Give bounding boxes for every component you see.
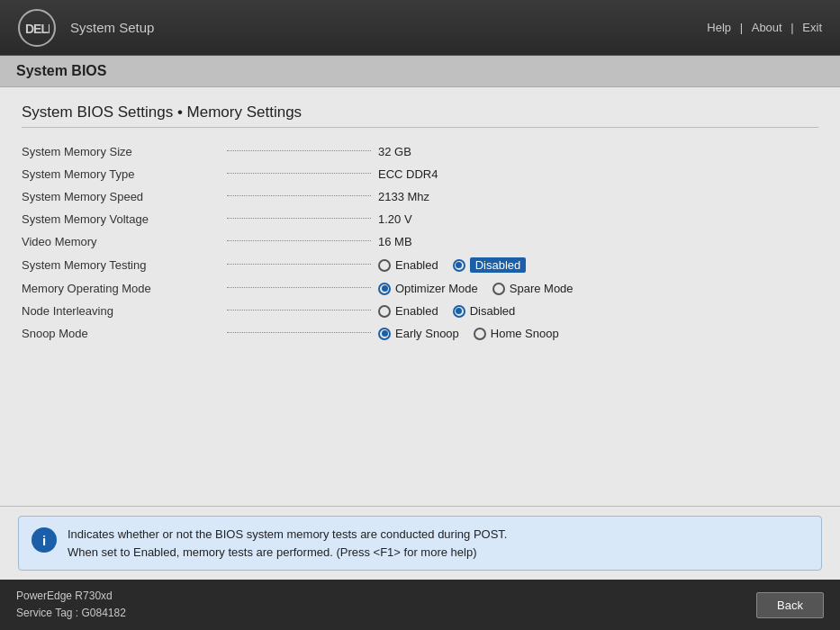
radio-option-disabled[interactable]: Disabled: [453, 257, 527, 273]
value-system-memory-type: ECC DDR4: [378, 167, 438, 181]
main-content: System BIOS System BIOS Settings • Memor…: [0, 56, 840, 580]
footer-info: PowerEdge R730xd Service Tag : G084182: [16, 588, 126, 622]
info-box: i Indicates whether or not the BIOS syst…: [18, 516, 822, 571]
dotted-line: [227, 332, 371, 333]
radio-node-enabled-label: Enabled: [395, 304, 438, 318]
radio-disabled-circle: [453, 259, 465, 272]
setting-row-system-memory-type: System Memory Type ECC DDR4: [22, 163, 818, 185]
header-title: System Setup: [70, 20, 154, 35]
setting-row-memory-operating-mode: Memory Operating Mode Optimizer Mode Spa…: [22, 277, 818, 300]
value-memory-operating-mode: Optimizer Mode Spare Mode: [378, 282, 574, 295]
radio-early-snoop-circle: [378, 328, 391, 340]
setting-row-system-memory-size: System Memory Size 32 GB: [22, 140, 818, 163]
radio-node-enabled-circle: [378, 305, 391, 318]
radio-spare-circle: [492, 283, 505, 295]
radio-optimizer-label: Optimizer Mode: [395, 282, 478, 295]
info-text: Indicates whether or not the BIOS system…: [68, 526, 507, 561]
setting-row-system-memory-voltage: System Memory Voltage 1.20 V: [22, 208, 818, 230]
radio-enabled-circle: [378, 259, 391, 272]
label-system-memory-testing: System Memory Testing: [22, 258, 220, 272]
value-system-memory-voltage: 1.20 V: [378, 212, 412, 226]
info-line-2: When set to Enabled, memory tests are pe…: [68, 544, 507, 562]
footer-model: PowerEdge R730xd: [16, 588, 126, 605]
help-link[interactable]: Help: [707, 21, 731, 34]
radio-option-enabled[interactable]: Enabled: [378, 258, 438, 272]
setting-row-node-interleaving: Node Interleaving Enabled Disabled: [22, 300, 818, 322]
radio-home-snoop-label: Home Snoop: [491, 327, 559, 340]
radio-option-node-enabled[interactable]: Enabled: [378, 304, 438, 318]
value-system-memory-speed: 2133 Mhz: [378, 190, 429, 203]
nav-divider-2: |: [790, 21, 797, 34]
dotted-line: [227, 173, 371, 174]
radio-disabled-label: Disabled: [470, 257, 527, 273]
radio-home-snoop-circle: [474, 328, 486, 340]
label-video-memory: Video Memory: [22, 235, 220, 248]
value-system-memory-testing: Enabled Disabled: [378, 257, 526, 273]
exit-link[interactable]: Exit: [802, 21, 822, 34]
label-snoop-mode: Snoop Mode: [22, 327, 220, 340]
settings-table: System Memory Size 32 GB System Memory T…: [22, 140, 818, 345]
radio-node-disabled-circle: [453, 305, 465, 318]
footer-service-tag: Service Tag : G084182: [16, 605, 126, 622]
setting-row-snoop-mode: Snoop Mode Early Snoop Home Snoop: [22, 322, 818, 345]
section-title: System BIOS: [16, 63, 106, 78]
radio-option-home-snoop[interactable]: Home Snoop: [474, 327, 559, 340]
radio-option-node-disabled[interactable]: Disabled: [453, 304, 516, 318]
dotted-line: [227, 150, 371, 151]
value-video-memory: 16 MB: [378, 235, 412, 248]
back-button[interactable]: Back: [756, 592, 824, 618]
info-section: i Indicates whether or not the BIOS syst…: [0, 506, 840, 580]
radio-option-spare-mode[interactable]: Spare Mode: [492, 282, 574, 295]
radio-option-optimizer-mode[interactable]: Optimizer Mode: [378, 282, 478, 295]
page-title: System BIOS Settings • Memory Settings: [22, 104, 818, 128]
header: DELL System Setup Help | About | Exit: [0, 0, 840, 56]
value-node-interleaving: Enabled Disabled: [378, 304, 515, 318]
dotted-line: [227, 287, 371, 288]
dotted-line: [227, 310, 371, 310]
value-snoop-mode: Early Snoop Home Snoop: [378, 327, 559, 340]
label-node-interleaving: Node Interleaving: [22, 304, 220, 318]
dotted-line: [227, 218, 371, 219]
info-icon: i: [32, 527, 57, 553]
radio-spare-label: Spare Mode: [510, 282, 574, 295]
info-line-1: Indicates whether or not the BIOS system…: [68, 526, 507, 544]
dell-logo: DELL: [18, 9, 56, 47]
dotted-line: [227, 195, 371, 196]
radio-enabled-label: Enabled: [395, 258, 438, 272]
about-link[interactable]: About: [752, 21, 782, 34]
radio-option-early-snoop[interactable]: Early Snoop: [378, 327, 459, 340]
settings-area: System BIOS Settings • Memory Settings S…: [0, 87, 840, 506]
svg-text:DELL: DELL: [25, 22, 50, 36]
label-system-memory-size: System Memory Size: [22, 145, 220, 158]
setting-row-system-memory-testing: System Memory Testing Enabled Disabled: [22, 253, 818, 277]
setting-row-video-memory: Video Memory 16 MB: [22, 230, 818, 253]
header-nav: Help | About | Exit: [707, 21, 822, 34]
radio-early-snoop-label: Early Snoop: [395, 327, 459, 340]
value-system-memory-size: 32 GB: [378, 145, 411, 158]
radio-node-disabled-label: Disabled: [470, 304, 516, 318]
nav-divider-1: |: [740, 21, 746, 34]
label-system-memory-speed: System Memory Speed: [22, 190, 220, 203]
dotted-line: [227, 240, 371, 241]
header-left: DELL System Setup: [18, 9, 154, 47]
label-system-memory-type: System Memory Type: [22, 167, 220, 181]
label-memory-operating-mode: Memory Operating Mode: [22, 282, 220, 295]
radio-optimizer-circle: [378, 283, 391, 295]
dotted-line: [227, 264, 371, 265]
footer: PowerEdge R730xd Service Tag : G084182 B…: [0, 580, 840, 630]
section-header: System BIOS: [0, 56, 840, 87]
setting-row-system-memory-speed: System Memory Speed 2133 Mhz: [22, 185, 818, 208]
label-system-memory-voltage: System Memory Voltage: [22, 212, 220, 226]
